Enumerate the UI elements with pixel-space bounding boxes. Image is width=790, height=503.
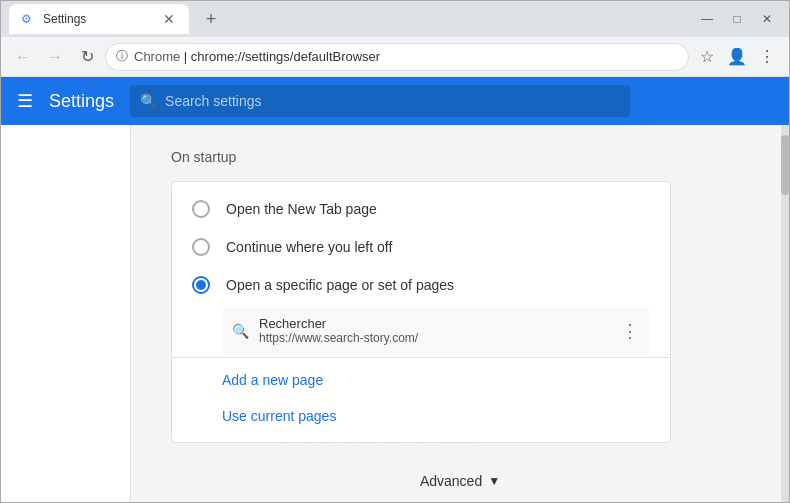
refresh-button[interactable]: ↻ — [73, 43, 101, 71]
use-current-pages-link[interactable]: Use current pages — [172, 398, 670, 434]
radio-label-new-tab: Open the New Tab page — [226, 201, 377, 217]
divider — [172, 357, 670, 358]
lock-icon: ⓘ — [116, 48, 128, 65]
url-entry-url: https://www.search-story.com/ — [259, 331, 611, 345]
url-text: Chrome | chrome://settings/defaultBrowse… — [134, 49, 380, 64]
advanced-section: Advanced ▼ — [171, 467, 749, 495]
new-tab-button[interactable]: + — [197, 5, 225, 33]
title-bar: ⚙ Settings ✕ + — □ ✕ — [1, 1, 789, 37]
radio-circle-new-tab — [192, 200, 210, 218]
search-bar[interactable]: 🔍 — [130, 85, 630, 117]
browser-menu-button[interactable]: ⋮ — [753, 43, 781, 71]
tab-close-button[interactable]: ✕ — [161, 11, 177, 27]
search-entry-icon: 🔍 — [232, 323, 249, 339]
hamburger-icon[interactable]: ☰ — [17, 90, 33, 112]
url-bar[interactable]: ⓘ Chrome | chrome://settings/defaultBrow… — [105, 43, 689, 71]
radio-circle-continue — [192, 238, 210, 256]
radio-option-continue[interactable]: Continue where you left off — [172, 228, 670, 266]
settings-title: Settings — [49, 91, 114, 112]
address-bar: ← → ↻ ⓘ Chrome | chrome://settings/defau… — [1, 37, 789, 77]
scrollbar-thumb[interactable] — [781, 135, 789, 195]
page-content: ☰ Settings 🔍 PC risk.com — [1, 77, 789, 502]
close-button[interactable]: ✕ — [753, 5, 781, 33]
tab-favicon: ⚙ — [21, 12, 35, 26]
advanced-button[interactable]: Advanced ▼ — [408, 467, 512, 495]
minimize-button[interactable]: — — [693, 5, 721, 33]
content-area: PC risk.com On startup Open the New Tab … — [131, 125, 789, 502]
url-entry: 🔍 Rechercher https://www.search-story.co… — [222, 308, 650, 353]
section-title: On startup — [171, 149, 749, 165]
scrollbar[interactable] — [781, 125, 789, 502]
url-entry-menu-button[interactable]: ⋮ — [621, 320, 640, 342]
url-entry-info: Rechercher https://www.search-story.com/ — [259, 316, 611, 345]
advanced-label: Advanced — [420, 473, 482, 489]
add-new-page-link[interactable]: Add a new page — [172, 362, 670, 398]
account-button[interactable]: 👤 — [723, 43, 751, 71]
back-button[interactable]: ← — [9, 43, 37, 71]
radio-label-continue: Continue where you left off — [226, 239, 392, 255]
settings-header: ☰ Settings 🔍 — [1, 77, 789, 125]
radio-option-specific[interactable]: Open a specific page or set of pages — [172, 266, 670, 304]
main-content: PC risk.com On startup Open the New Tab … — [1, 125, 789, 502]
startup-card: Open the New Tab page Continue where you… — [171, 181, 671, 443]
forward-button[interactable]: → — [41, 43, 69, 71]
sidebar — [1, 125, 131, 502]
tab-title: Settings — [43, 12, 153, 26]
browser-window: ⚙ Settings ✕ + — □ ✕ ← → ↻ ⓘ Chrome | ch… — [0, 0, 790, 503]
title-bar-left: ⚙ Settings ✕ + — [9, 4, 693, 34]
search-input[interactable] — [165, 93, 620, 109]
search-icon: 🔍 — [140, 93, 157, 109]
browser-tab[interactable]: ⚙ Settings ✕ — [9, 4, 189, 34]
advanced-arrow-icon: ▼ — [488, 474, 500, 488]
radio-option-new-tab[interactable]: Open the New Tab page — [172, 190, 670, 228]
url-entry-name: Rechercher — [259, 316, 611, 331]
maximize-button[interactable]: □ — [723, 5, 751, 33]
bookmark-button[interactable]: ☆ — [693, 43, 721, 71]
radio-label-specific: Open a specific page or set of pages — [226, 277, 454, 293]
address-bar-right: ☆ 👤 ⋮ — [693, 43, 781, 71]
window-controls: — □ ✕ — [693, 5, 781, 33]
radio-circle-specific — [192, 276, 210, 294]
